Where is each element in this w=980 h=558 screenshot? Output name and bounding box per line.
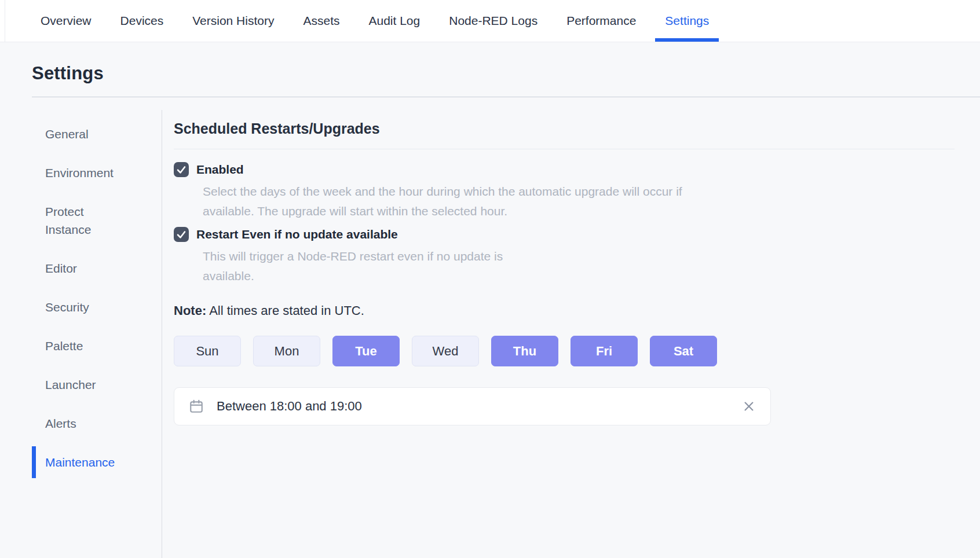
window-edge-divider [5,0,5,42]
restart-checkbox[interactable] [174,227,189,242]
option-restart-no-update: Restart Even if no update available This… [174,227,955,286]
section-title-divider [174,149,955,149]
maintenance-panel: Scheduled Restarts/Upgrades Enabled Sele… [162,110,980,558]
enabled-label[interactable]: Enabled [196,163,244,177]
instance-tab-bar: Overview Devices Version History Assets … [0,0,980,42]
tab-settings[interactable]: Settings [655,0,719,42]
settings-sidebar: General Environment Protect Instance Edi… [0,110,162,558]
sidebar-item-maintenance[interactable]: Maintenance [32,446,142,478]
sidebar-item-alerts[interactable]: Alerts [32,408,142,439]
day-button-thu[interactable]: Thu [491,336,558,366]
day-toggle-group: Sun Mon Tue Wed Thu Fri Sat [174,336,955,366]
tab-assets[interactable]: Assets [293,0,349,42]
day-button-mon[interactable]: Mon [253,336,320,366]
utc-note: Note: All times are stated in UTC. [174,303,955,318]
day-button-fri[interactable]: Fri [571,336,638,366]
enabled-description: Select the days of the week and the hour… [203,182,704,221]
checkmark-icon [176,229,187,240]
page-title: Settings [32,63,980,84]
restart-label[interactable]: Restart Even if no update available [196,227,398,241]
clear-x-icon [743,400,755,413]
section-title: Scheduled Restarts/Upgrades [174,120,955,137]
utc-note-text: All times are stated in UTC. [209,303,364,318]
day-button-sun[interactable]: Sun [174,336,241,366]
day-button-sat[interactable]: Sat [650,336,717,366]
sidebar-item-general[interactable]: General [32,118,142,150]
tab-audit-log[interactable]: Audit Log [359,0,430,42]
tab-overview[interactable]: Overview [31,0,101,42]
utc-note-label: Note: [174,303,206,318]
option-enabled: Enabled Select the days of the week and … [174,162,955,221]
tab-node-red-logs[interactable]: Node-RED Logs [439,0,547,42]
sidebar-item-security[interactable]: Security [32,291,142,323]
page-header: Settings [0,42,980,97]
tab-performance[interactable]: Performance [557,0,646,42]
settings-sidebar-list: General Environment Protect Instance Edi… [0,118,162,478]
sidebar-item-launcher[interactable]: Launcher [32,369,142,401]
clear-time-window-button[interactable] [742,399,756,413]
restart-description: This will trigger a Node-RED restart eve… [203,247,550,286]
checkmark-icon [176,164,187,175]
calendar-icon [189,399,204,414]
tab-devices[interactable]: Devices [111,0,174,42]
time-window-value: Between 18:00 and 19:00 [217,399,362,414]
day-button-tue[interactable]: Tue [332,336,400,366]
day-button-wed[interactable]: Wed [412,336,479,366]
page-title-divider [32,97,980,97]
settings-content: General Environment Protect Instance Edi… [0,110,980,558]
restart-checkbox-row[interactable]: Restart Even if no update available [174,227,955,242]
enabled-checkbox[interactable] [174,162,189,177]
sidebar-item-editor[interactable]: Editor [32,252,142,284]
sidebar-item-palette[interactable]: Palette [32,330,142,362]
sidebar-item-environment[interactable]: Environment [32,157,142,189]
time-window-select[interactable]: Between 18:00 and 19:00 [174,387,771,425]
tab-version-history[interactable]: Version History [182,0,284,42]
enabled-checkbox-row[interactable]: Enabled [174,162,955,177]
sidebar-item-protect-instance[interactable]: Protect Instance [32,196,142,245]
